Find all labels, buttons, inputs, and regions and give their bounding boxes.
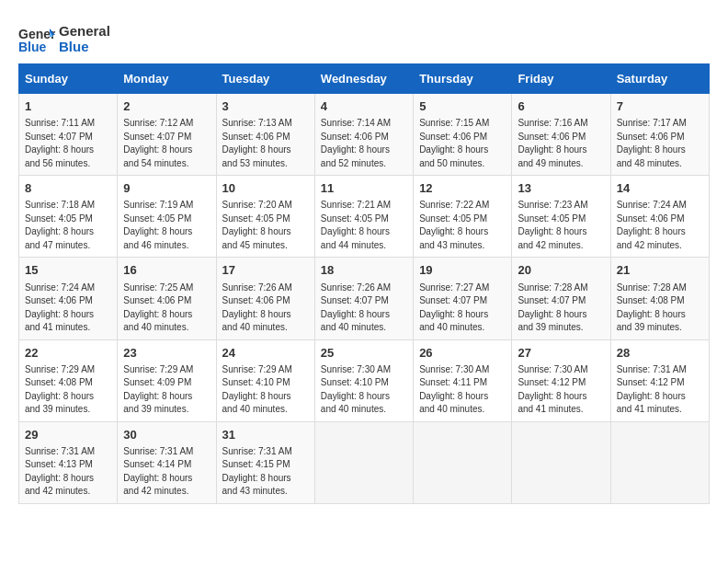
day-number: 25 xyxy=(321,345,407,362)
day-number: 30 xyxy=(123,427,210,443)
day-info: Sunrise: 7:21 AMSunset: 4:05 PMDaylight:… xyxy=(321,199,407,252)
day-number: 16 xyxy=(123,262,210,279)
calendar-cell: 30Sunrise: 7:31 AMSunset: 4:14 PMDayligh… xyxy=(118,421,216,503)
calendar-cell: 8Sunrise: 7:18 AMSunset: 4:05 PMDaylight… xyxy=(19,176,118,258)
calendar-header-row: SundayMondayTuesdayWednesdayThursdayFrid… xyxy=(19,64,710,94)
day-info: Sunrise: 7:24 AMSunset: 4:06 PMDaylight:… xyxy=(617,199,703,252)
day-number: 5 xyxy=(419,98,506,115)
day-number: 21 xyxy=(617,262,703,279)
day-number: 4 xyxy=(321,98,407,115)
day-number: 11 xyxy=(321,180,407,197)
calendar-cell: 28Sunrise: 7:31 AMSunset: 4:12 PMDayligh… xyxy=(610,339,709,421)
day-number: 13 xyxy=(518,180,604,197)
day-number: 15 xyxy=(25,262,111,279)
day-number: 12 xyxy=(419,180,506,197)
day-info: Sunrise: 7:26 AMSunset: 4:07 PMDaylight:… xyxy=(321,282,407,335)
weekday-header-friday: Friday xyxy=(512,64,610,94)
calendar-cell xyxy=(414,421,512,503)
day-number: 27 xyxy=(518,345,604,362)
logo-blue: Blue xyxy=(59,39,110,54)
day-info: Sunrise: 7:23 AMSunset: 4:05 PMDaylight:… xyxy=(518,199,604,252)
day-number: 20 xyxy=(518,262,604,279)
day-info: Sunrise: 7:30 AMSunset: 4:12 PMDaylight:… xyxy=(518,363,604,417)
day-info: Sunrise: 7:30 AMSunset: 4:11 PMDaylight:… xyxy=(419,363,506,417)
day-info: Sunrise: 7:29 AMSunset: 4:08 PMDaylight:… xyxy=(25,363,111,417)
day-info: Sunrise: 7:13 AMSunset: 4:06 PMDaylight:… xyxy=(222,117,309,170)
day-number: 29 xyxy=(25,427,111,443)
day-info: Sunrise: 7:14 AMSunset: 4:06 PMDaylight:… xyxy=(321,117,407,170)
day-info: Sunrise: 7:11 AMSunset: 4:07 PMDaylight:… xyxy=(25,117,111,170)
day-info: Sunrise: 7:12 AMSunset: 4:07 PMDaylight:… xyxy=(123,117,210,170)
day-number: 7 xyxy=(617,98,703,115)
calendar-cell: 18Sunrise: 7:26 AMSunset: 4:07 PMDayligh… xyxy=(314,258,413,339)
day-number: 6 xyxy=(518,98,604,115)
day-number: 19 xyxy=(419,262,506,279)
calendar-cell: 20Sunrise: 7:28 AMSunset: 4:07 PMDayligh… xyxy=(512,258,610,339)
calendar-cell: 29Sunrise: 7:31 AMSunset: 4:13 PMDayligh… xyxy=(19,421,118,503)
day-number: 28 xyxy=(617,345,703,362)
calendar-cell: 13Sunrise: 7:23 AMSunset: 4:05 PMDayligh… xyxy=(512,176,610,258)
day-info: Sunrise: 7:31 AMSunset: 4:12 PMDaylight:… xyxy=(617,363,703,417)
calendar-cell: 12Sunrise: 7:22 AMSunset: 4:05 PMDayligh… xyxy=(414,176,512,258)
weekday-header-tuesday: Tuesday xyxy=(216,64,314,94)
calendar-cell: 25Sunrise: 7:30 AMSunset: 4:10 PMDayligh… xyxy=(314,339,413,421)
day-number: 1 xyxy=(25,98,111,115)
calendar-week-3: 15Sunrise: 7:24 AMSunset: 4:06 PMDayligh… xyxy=(19,258,710,339)
calendar-cell: 27Sunrise: 7:30 AMSunset: 4:12 PMDayligh… xyxy=(512,339,610,421)
day-info: Sunrise: 7:31 AMSunset: 4:13 PMDaylight:… xyxy=(25,445,111,499)
day-number: 22 xyxy=(25,345,111,362)
weekday-header-monday: Monday xyxy=(118,64,216,94)
calendar-cell: 16Sunrise: 7:25 AMSunset: 4:06 PMDayligh… xyxy=(118,258,216,339)
day-number: 9 xyxy=(123,180,210,197)
calendar-cell: 9Sunrise: 7:19 AMSunset: 4:05 PMDaylight… xyxy=(118,176,216,258)
calendar-cell: 5Sunrise: 7:15 AMSunset: 4:06 PMDaylight… xyxy=(414,94,512,176)
calendar-cell: 10Sunrise: 7:20 AMSunset: 4:05 PMDayligh… xyxy=(216,176,314,258)
calendar-cell: 26Sunrise: 7:30 AMSunset: 4:11 PMDayligh… xyxy=(414,339,512,421)
day-number: 8 xyxy=(25,180,111,197)
logo-icon: General Blue xyxy=(18,24,55,53)
calendar-week-1: 1Sunrise: 7:11 AMSunset: 4:07 PMDaylight… xyxy=(19,94,710,176)
day-number: 14 xyxy=(617,180,703,197)
weekday-header-thursday: Thursday xyxy=(414,64,512,94)
day-info: Sunrise: 7:28 AMSunset: 4:08 PMDaylight:… xyxy=(617,282,703,335)
weekday-header-sunday: Sunday xyxy=(19,64,118,94)
calendar-cell: 11Sunrise: 7:21 AMSunset: 4:05 PMDayligh… xyxy=(314,176,413,258)
calendar-cell: 17Sunrise: 7:26 AMSunset: 4:06 PMDayligh… xyxy=(216,258,314,339)
calendar-cell: 4Sunrise: 7:14 AMSunset: 4:06 PMDaylight… xyxy=(314,94,413,176)
day-info: Sunrise: 7:17 AMSunset: 4:06 PMDaylight:… xyxy=(617,117,703,170)
calendar-week-4: 22Sunrise: 7:29 AMSunset: 4:08 PMDayligh… xyxy=(19,339,710,421)
weekday-header-wednesday: Wednesday xyxy=(314,64,413,94)
day-info: Sunrise: 7:28 AMSunset: 4:07 PMDaylight:… xyxy=(518,282,604,335)
day-info: Sunrise: 7:31 AMSunset: 4:15 PMDaylight:… xyxy=(222,445,309,499)
calendar-cell: 23Sunrise: 7:29 AMSunset: 4:09 PMDayligh… xyxy=(118,339,216,421)
calendar-cell: 22Sunrise: 7:29 AMSunset: 4:08 PMDayligh… xyxy=(19,339,118,421)
day-info: Sunrise: 7:27 AMSunset: 4:07 PMDaylight:… xyxy=(419,282,506,335)
calendar-cell: 31Sunrise: 7:31 AMSunset: 4:15 PMDayligh… xyxy=(216,421,314,503)
day-info: Sunrise: 7:18 AMSunset: 4:05 PMDaylight:… xyxy=(25,199,111,252)
day-info: Sunrise: 7:20 AMSunset: 4:05 PMDaylight:… xyxy=(222,199,309,252)
calendar-cell: 24Sunrise: 7:29 AMSunset: 4:10 PMDayligh… xyxy=(216,339,314,421)
weekday-header-saturday: Saturday xyxy=(610,64,709,94)
calendar-cell: 7Sunrise: 7:17 AMSunset: 4:06 PMDaylight… xyxy=(610,94,709,176)
calendar: SundayMondayTuesdayWednesdayThursdayFrid… xyxy=(18,63,710,504)
day-info: Sunrise: 7:19 AMSunset: 4:05 PMDaylight:… xyxy=(123,199,210,252)
day-info: Sunrise: 7:25 AMSunset: 4:06 PMDaylight:… xyxy=(123,282,210,335)
calendar-cell: 2Sunrise: 7:12 AMSunset: 4:07 PMDaylight… xyxy=(118,94,216,176)
calendar-cell xyxy=(610,421,709,503)
svg-text:Blue: Blue xyxy=(18,40,47,53)
day-number: 17 xyxy=(222,262,309,279)
day-info: Sunrise: 7:29 AMSunset: 4:10 PMDaylight:… xyxy=(222,363,309,417)
day-number: 24 xyxy=(222,345,309,362)
calendar-cell: 3Sunrise: 7:13 AMSunset: 4:06 PMDaylight… xyxy=(216,94,314,176)
calendar-cell: 15Sunrise: 7:24 AMSunset: 4:06 PMDayligh… xyxy=(19,258,118,339)
day-number: 26 xyxy=(419,345,506,362)
day-number: 23 xyxy=(123,345,210,362)
day-info: Sunrise: 7:15 AMSunset: 4:06 PMDaylight:… xyxy=(419,117,506,170)
logo: General Blue General Blue xyxy=(18,23,110,54)
calendar-week-2: 8Sunrise: 7:18 AMSunset: 4:05 PMDaylight… xyxy=(19,176,710,258)
calendar-cell: 1Sunrise: 7:11 AMSunset: 4:07 PMDaylight… xyxy=(19,94,118,176)
calendar-cell: 21Sunrise: 7:28 AMSunset: 4:08 PMDayligh… xyxy=(610,258,709,339)
logo-general: General xyxy=(59,23,110,39)
day-number: 31 xyxy=(222,427,309,443)
day-info: Sunrise: 7:30 AMSunset: 4:10 PMDaylight:… xyxy=(321,363,407,417)
